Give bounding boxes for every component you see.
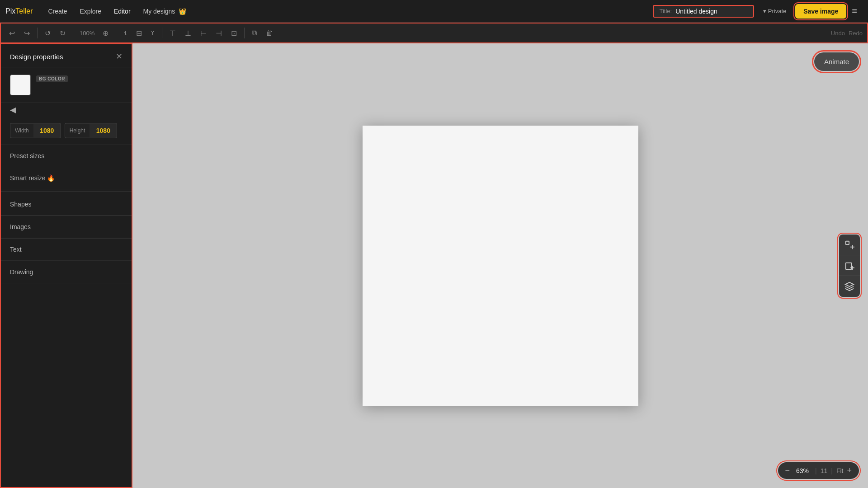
zoom-fit-button[interactable]: Fit (836, 467, 844, 474)
top-navigation: PixTeller Create Explore Editor My desig… (0, 0, 868, 23)
fire-icon: 🔥 (47, 174, 55, 182)
menu-icon[interactable]: ≡ (846, 2, 863, 20)
svg-rect-3 (846, 263, 852, 269)
preset-sizes-item[interactable]: Preset sizes (1, 145, 132, 167)
width-label: Width (10, 124, 33, 137)
main-layout: Design properties ✕ BG COLOR ◀ Width Hei… (0, 43, 868, 488)
add-element-btn[interactable] (839, 235, 860, 255)
zoom-display: 100% (77, 30, 97, 37)
sidebar-divider-1 (1, 191, 132, 192)
toolbar-divider-5 (244, 28, 245, 38)
undo-redo-labels: Undo Redo (831, 30, 863, 37)
logo[interactable]: PixTeller (5, 7, 33, 15)
redo-label[interactable]: Redo (849, 30, 863, 37)
nav-editor[interactable]: Editor (108, 4, 137, 19)
cursor-indicator: ◀ (1, 103, 132, 117)
width-input[interactable] (33, 123, 61, 138)
right-tool-group (839, 235, 860, 297)
layers-btn[interactable] (839, 276, 860, 297)
toolbar-divider-1 (37, 28, 38, 38)
bg-color-section: BG COLOR (1, 67, 132, 103)
title-input[interactable] (675, 8, 748, 15)
bg-color-swatch[interactable] (10, 75, 31, 95)
left-sidebar: Design properties ✕ BG COLOR ◀ Width Hei… (0, 43, 132, 488)
width-field: Width (10, 123, 61, 138)
right-tools (839, 235, 860, 297)
align-center-h-btn[interactable]: ⊟ (132, 27, 146, 40)
canvas-area: Animate (132, 43, 868, 488)
distribute-v-btn[interactable]: ⊡ (227, 27, 241, 40)
title-label: Title: (659, 8, 672, 14)
title-area: Title: (653, 5, 754, 18)
private-button[interactable]: ▾ Private (759, 6, 791, 16)
undo-label[interactable]: Undo (831, 30, 845, 37)
bg-color-badge[interactable]: BG COLOR (36, 75, 68, 82)
redo-btn[interactable]: ↪ (20, 27, 33, 40)
zoom-value: 63% (793, 467, 811, 474)
toolbar-divider-3 (116, 28, 116, 38)
align-right-btn[interactable]: ⫯ (147, 27, 158, 39)
align-left-btn[interactable]: ⫮ (120, 27, 131, 39)
zoom-divider-2: | (831, 467, 833, 474)
animate-button[interactable]: Animate (814, 52, 859, 71)
sidebar-title: Design properties (10, 53, 63, 61)
text-item[interactable]: Text (1, 239, 132, 261)
align-top-btn[interactable]: ⊤ (166, 27, 179, 40)
height-label: Height (65, 124, 90, 137)
editor-toolbar: ↩ ↪ ↺ ↻ 100% ⊕ ⫮ ⊟ ⫯ ⊤ ⊥ ⊢ ⊣ ⊡ ⧉ 🗑 Undo … (0, 23, 868, 43)
logo-teller: Teller (15, 7, 33, 15)
zoom-pages: 11 (821, 467, 828, 474)
toolbar-divider-4 (162, 28, 162, 38)
smart-resize-item[interactable]: Smart resize 🔥 (1, 167, 132, 189)
rotate-cw-btn[interactable]: ↻ (56, 27, 69, 40)
rotate-ccw-btn[interactable]: ↺ (41, 27, 54, 40)
toolbar-divider-2 (73, 28, 73, 38)
height-field: Height (65, 123, 118, 138)
add-page-btn[interactable] (839, 255, 860, 276)
zoom-divider: | (815, 467, 817, 474)
zoom-icon-btn[interactable]: ⊕ (99, 27, 112, 40)
drawing-item[interactable]: Drawing (1, 261, 132, 283)
align-bottom-btn[interactable]: ⊢ (197, 27, 210, 40)
distribute-h-btn[interactable]: ⊣ (212, 27, 226, 40)
zoom-bar: − 63% | 11 | Fit + (778, 462, 859, 479)
dimensions-row: Width Height (10, 123, 123, 138)
shapes-item[interactable]: Shapes (1, 193, 132, 216)
height-input[interactable] (90, 123, 117, 138)
align-middle-btn[interactable]: ⊥ (181, 27, 195, 40)
sidebar-header: Design properties ✕ (1, 44, 132, 67)
logo-pix: Pix (5, 7, 15, 15)
resize-btn[interactable]: ⧉ (248, 27, 260, 39)
zoom-in-button[interactable]: + (847, 466, 852, 475)
svg-rect-0 (846, 241, 849, 244)
images-item[interactable]: Images (1, 216, 132, 238)
nav-explore[interactable]: Explore (74, 4, 108, 19)
crown-icon: 👑 (179, 8, 186, 15)
save-image-button[interactable]: Save image (795, 4, 846, 19)
delete-btn[interactable]: 🗑 (262, 27, 277, 39)
zoom-out-button[interactable]: − (785, 466, 790, 475)
design-canvas[interactable] (363, 126, 638, 406)
dimensions-section: Width Height (1, 117, 132, 145)
undo-btn[interactable]: ↩ (5, 27, 19, 40)
nav-my-designs[interactable]: My designs 👑 (137, 4, 193, 19)
nav-create[interactable]: Create (42, 4, 73, 19)
close-sidebar-button[interactable]: ✕ (116, 52, 123, 61)
